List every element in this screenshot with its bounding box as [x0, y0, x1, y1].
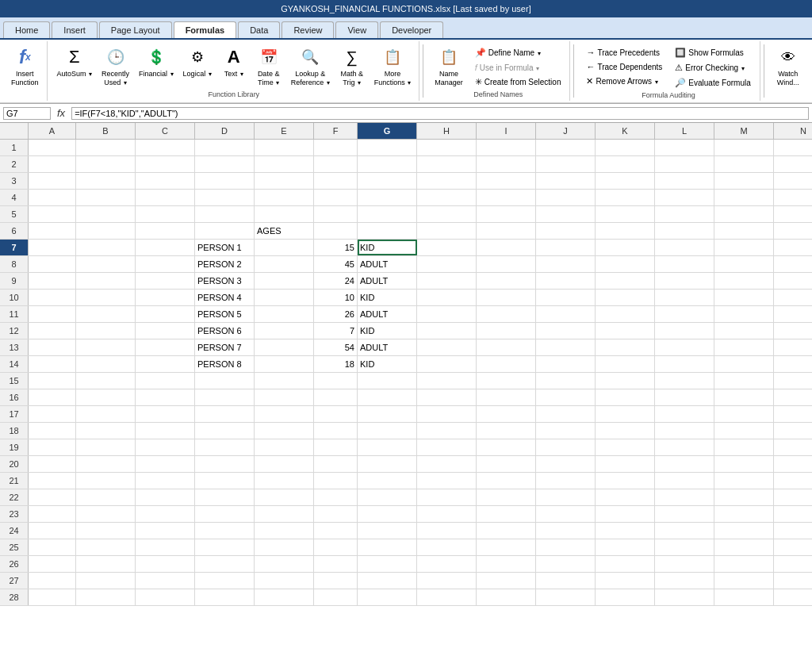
row-number-19[interactable]: 19	[0, 439, 29, 455]
cell-f24[interactable]	[314, 523, 358, 539]
col-header-f[interactable]: F	[314, 123, 358, 139]
trace-dependents-button[interactable]: ← Trace Dependents	[582, 60, 666, 73]
cell-m3[interactable]	[714, 173, 774, 189]
cell-c15[interactable]	[136, 373, 195, 389]
cell-reference-input[interactable]	[3, 107, 51, 120]
cell-c17[interactable]	[136, 406, 195, 422]
cell-h25[interactable]	[417, 539, 477, 555]
cell-n23[interactable]	[774, 506, 812, 522]
cell-d17[interactable]	[195, 406, 255, 422]
cell-k21[interactable]	[596, 473, 655, 489]
cell-n17[interactable]	[774, 406, 812, 422]
cell-a7[interactable]	[29, 240, 76, 255]
cell-n12[interactable]	[774, 323, 812, 339]
cell-b26[interactable]	[76, 556, 136, 572]
cell-b21[interactable]	[76, 473, 136, 489]
row-number-12[interactable]: 12	[0, 323, 29, 339]
cell-f12[interactable]: 7	[314, 323, 358, 339]
tab-developer[interactable]: Developer	[380, 21, 443, 38]
cell-b13[interactable]	[76, 339, 136, 355]
cell-h23[interactable]	[417, 506, 477, 522]
cell-g9[interactable]: ADULT	[358, 273, 417, 289]
cell-i14[interactable]	[477, 356, 536, 372]
cell-n24[interactable]	[774, 523, 812, 539]
cell-j18[interactable]	[536, 423, 596, 439]
cell-l28[interactable]	[655, 589, 714, 605]
row-number-16[interactable]: 16	[0, 389, 29, 405]
cell-l19[interactable]	[655, 439, 714, 455]
cell-b8[interactable]	[76, 256, 136, 272]
cell-e22[interactable]	[255, 489, 314, 505]
col-header-m[interactable]: M	[714, 123, 774, 139]
cell-a24[interactable]	[29, 523, 76, 539]
cell-g26[interactable]	[358, 556, 417, 572]
cell-m10[interactable]	[714, 290, 774, 305]
cell-k11[interactable]	[596, 306, 655, 322]
cell-n18[interactable]	[774, 423, 812, 439]
cell-i19[interactable]	[477, 439, 536, 455]
cell-f13[interactable]: 54	[314, 339, 358, 355]
cell-n8[interactable]	[774, 256, 812, 272]
cell-d15[interactable]	[195, 373, 255, 389]
row-number-8[interactable]: 8	[0, 256, 29, 272]
cell-i27[interactable]	[477, 573, 536, 589]
cell-e1[interactable]	[255, 140, 314, 155]
cell-j12[interactable]	[536, 323, 596, 339]
cell-k22[interactable]	[596, 489, 655, 505]
cell-m23[interactable]	[714, 506, 774, 522]
cell-h10[interactable]	[417, 290, 477, 305]
cell-k3[interactable]	[596, 173, 655, 189]
cell-n13[interactable]	[774, 339, 812, 355]
cell-b11[interactable]	[76, 306, 136, 322]
tab-view[interactable]: View	[335, 21, 378, 38]
cell-f9[interactable]: 24	[314, 273, 358, 289]
cell-d18[interactable]	[195, 423, 255, 439]
cell-a18[interactable]	[29, 423, 76, 439]
row-number-23[interactable]: 23	[0, 506, 29, 522]
cell-m26[interactable]	[714, 556, 774, 572]
cell-g16[interactable]	[358, 389, 417, 405]
cell-b20[interactable]	[76, 456, 136, 472]
cell-d2[interactable]	[195, 156, 255, 172]
cell-c12[interactable]	[136, 323, 195, 339]
cell-m21[interactable]	[714, 473, 774, 489]
cell-e4[interactable]	[255, 190, 314, 205]
cell-m7[interactable]	[714, 240, 774, 255]
cell-j20[interactable]	[536, 456, 596, 472]
cell-g20[interactable]	[358, 456, 417, 472]
row-number-21[interactable]: 21	[0, 473, 29, 489]
cell-d19[interactable]	[195, 439, 255, 455]
cell-j2[interactable]	[536, 156, 596, 172]
cell-i22[interactable]	[477, 489, 536, 505]
error-checking-button[interactable]: ⚠ Error Checking ▾	[671, 61, 754, 75]
cell-m11[interactable]	[714, 306, 774, 322]
cell-h16[interactable]	[417, 389, 477, 405]
cell-a12[interactable]	[29, 323, 76, 339]
row-number-2[interactable]: 2	[0, 156, 29, 172]
tab-page-layout[interactable]: Page Layout	[99, 21, 172, 38]
cell-e9[interactable]	[255, 273, 314, 289]
cell-d25[interactable]	[195, 539, 255, 555]
cell-f10[interactable]: 10	[314, 290, 358, 305]
cell-k23[interactable]	[596, 506, 655, 522]
cell-l4[interactable]	[655, 190, 714, 205]
cell-k14[interactable]	[596, 356, 655, 372]
cell-b17[interactable]	[76, 406, 136, 422]
cell-k7[interactable]	[596, 240, 655, 255]
row-number-1[interactable]: 1	[0, 140, 29, 155]
cell-i5[interactable]	[477, 206, 536, 222]
cell-d27[interactable]	[195, 573, 255, 589]
cell-j3[interactable]	[536, 173, 596, 189]
cell-m27[interactable]	[714, 573, 774, 589]
cell-d23[interactable]	[195, 506, 255, 522]
cell-a16[interactable]	[29, 389, 76, 405]
cell-f26[interactable]	[314, 556, 358, 572]
cell-h27[interactable]	[417, 573, 477, 589]
cell-b6[interactable]	[76, 223, 136, 239]
cell-k24[interactable]	[596, 523, 655, 539]
cell-m25[interactable]	[714, 539, 774, 555]
cell-b12[interactable]	[76, 323, 136, 339]
name-manager-button[interactable]: 📋 NameManager	[431, 43, 466, 89]
cell-d8[interactable]: PERSON 2	[195, 256, 255, 272]
col-header-d[interactable]: D	[195, 123, 255, 139]
